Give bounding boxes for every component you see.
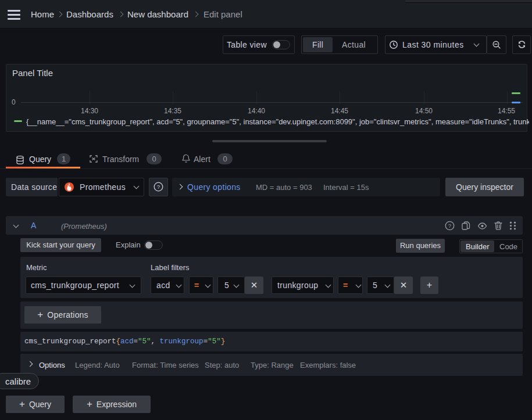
svg-text:?: ? [448, 222, 451, 229]
svg-text:?: ? [157, 184, 160, 190]
